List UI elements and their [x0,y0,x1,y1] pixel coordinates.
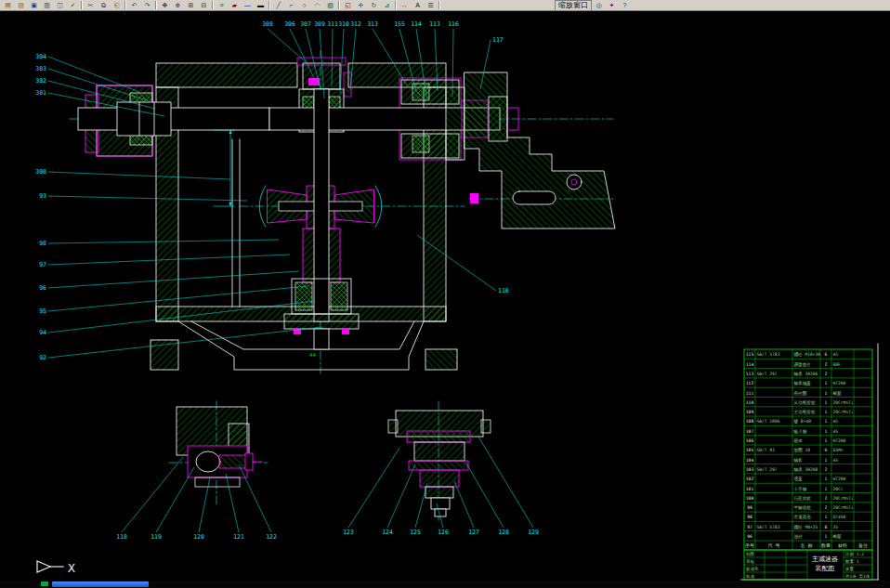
bom-header-cell: 材料 [837,542,847,549]
ucs-x-label: X [68,561,75,575]
text-tool-icon[interactable]: A [412,1,424,10]
bom-cell: 65Mn [833,448,844,452]
bom-cell: 1 [825,534,828,539]
copy-icon[interactable]: ⧉ [98,1,110,10]
leader-line [48,196,247,201]
paste-icon[interactable]: ⎗ [111,1,123,10]
part-callout: 96 [39,284,46,292]
titleblock-label: 制图 [746,552,754,556]
bom-header-cell: 序号 [745,542,754,549]
bom-cell: 20Cr [833,487,844,491]
move-icon[interactable]: ✛ [355,1,367,10]
part-callout: 306 [284,20,295,28]
cut-icon[interactable]: ✂ [85,1,97,10]
leader-line [199,477,210,532]
bom-cell: 键 8×40 [793,419,812,425]
new-file-icon[interactable]: ▤ [2,1,14,10]
line-tool-icon[interactable]: ╱ [272,1,284,10]
bom-table: 115GB/T 5783螺栓 M10×30645114调整垫片208F113GB… [744,349,872,550]
bom-cell: 从动锥齿轮 [794,399,816,406]
polyline-tool-icon[interactable]: ⌐ [285,1,297,10]
drawing-canvas[interactable]: 44 X 30430330230130093989796959492308306… [0,11,890,581]
bom-cell: 20CrMnTi [833,410,854,414]
erase-icon[interactable]: ◱ [342,1,354,10]
taskbar-mini-icon[interactable] [41,581,48,586]
bom-cell: 105 [746,448,754,452]
main-toolbar: ▤▨▣▥◫✓✂⧉⎗↶↷✥⊕⊞⊟≡▰―▬╱⌐○◠▧◱✛↻⊿↔A☰缩放窗口◎✦? [0,0,890,11]
drawing-title-line2: 装配图 [816,565,835,572]
part-callout: 129 [528,529,539,536]
bom-cell: 橡胶 [832,533,843,539]
part-callout: 92 [39,354,46,361]
bom-cell: 1 [825,391,828,396]
lineweight-icon[interactable]: ▬ [255,1,267,10]
titleblock-label: 批准 [745,574,755,579]
titleblock-label: 审核 [746,559,755,564]
hatch-tool-icon[interactable]: ▧ [324,1,336,10]
bom-cell: 十字轴 [794,487,807,492]
leader-line [48,57,139,92]
zoom-window-icon[interactable]: ⊞ [185,1,197,10]
part-callout: 93 [39,192,46,200]
save-icon[interactable]: ▣ [28,1,40,10]
open-file-icon[interactable]: ▨ [15,1,27,10]
bom-cell: GB/T 5783 [757,352,780,357]
zoom-window-button[interactable]: 缩放窗口 [555,0,592,11]
bom-cell: GB/T 1096 [757,419,780,424]
toolbar-separator [395,1,397,9]
circle-tool-icon[interactable]: ○ [298,1,310,10]
bom-cell: 97 [747,525,753,529]
spell-icon[interactable]: ✓ [67,1,79,10]
bom-cell: 油封 [794,534,804,539]
regen-icon[interactable]: ✦ [606,1,618,10]
drawing-title-line1: 主减速器 [812,555,838,563]
leader-line [48,327,322,358]
drawing-viewport[interactable]: 44 X 30430330230130093989796959492308306… [0,11,890,581]
part-callout: 113 [429,20,440,28]
bom-cell: 调整垫片 [794,361,812,368]
bom-cell: 1 [825,458,828,463]
bom-cell: 2 [825,467,828,472]
bom-cell: 35 [833,525,839,529]
pan-icon[interactable]: ✥ [159,1,171,10]
zoom-realtime-icon[interactable]: ⊕ [172,1,184,10]
taskbar-item[interactable] [52,581,149,587]
arc-tool-icon[interactable]: ◠ [311,1,323,10]
part-callout: 301 [35,89,46,97]
redo-icon[interactable]: ↷ [141,1,153,10]
dimension-icon[interactable]: ↔ [399,1,411,10]
part-callout: 117 [492,36,504,44]
zoom-previous-icon[interactable]: ⊟ [198,1,210,10]
taskbar [0,581,890,588]
bom-cell: GB/T 297 [757,467,778,472]
undo-icon[interactable]: ↶ [128,1,140,10]
linetype-icon[interactable]: ― [242,1,254,10]
color-swatch-icon[interactable]: ▰ [229,1,241,10]
toolbar-separator [124,1,126,9]
bom-cell: 1 [825,487,828,491]
preview-icon[interactable]: ◫ [54,1,66,10]
bom-cell: HT200 [833,477,846,481]
part-callout: 120 [193,533,204,541]
part-callout: 125 [410,529,421,536]
redraw-icon[interactable]: ◎ [593,1,605,10]
toolbar-separator [81,1,83,9]
bom-cell: 8 [825,525,828,529]
leader-line [48,172,230,179]
bom-cell: 1 [825,438,828,443]
help-icon[interactable]: ? [619,1,631,10]
leader-line [122,457,183,532]
print-icon[interactable]: ▥ [41,1,53,10]
detail-view-a [177,407,262,487]
layers-icon[interactable]: ≡ [216,1,228,10]
properties-icon[interactable]: ☰ [425,1,437,10]
bom-cell: 密封圈 [794,391,807,396]
part-callout: 94 [39,329,46,336]
side-cover [446,87,465,160]
bom-cell: 45 [833,419,839,424]
bom-cell: 2 [825,505,828,510]
titleblock-label: 共1张 第1张 [845,574,870,579]
rotate-icon[interactable]: ↻ [368,1,380,10]
bom-cell: 111 [746,391,754,396]
scale-icon[interactable]: ⊿ [381,1,393,10]
